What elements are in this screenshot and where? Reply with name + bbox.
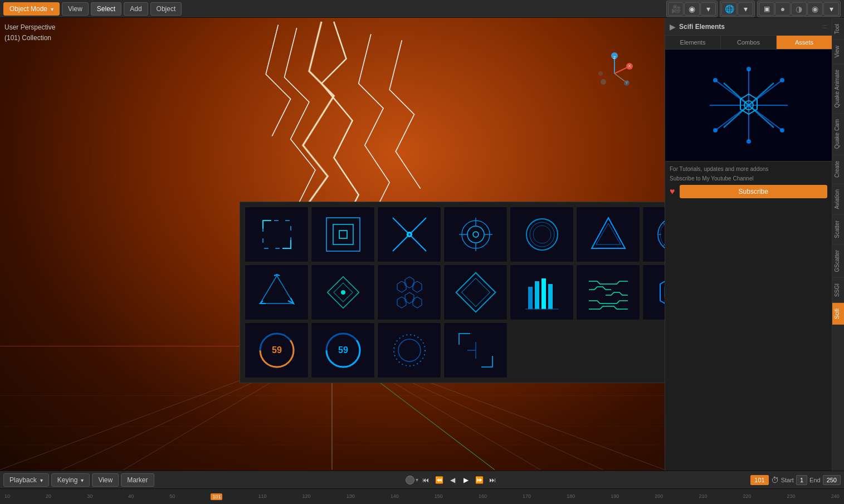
chevron-icon[interactable]: ▾: [700, 2, 716, 16]
navigation-gizmo[interactable]: Z X Y: [592, 51, 637, 96]
side-tab-view[interactable]: View: [832, 40, 844, 63]
asset-progress-59-orange[interactable]: 59: [245, 322, 309, 378]
chevron-shading-icon[interactable]: ▾: [823, 2, 839, 16]
asset-hexagon[interactable]: [642, 265, 665, 320]
svg-text:Z: Z: [613, 55, 616, 60]
tick-220: 220: [743, 493, 752, 500]
svg-rect-26: [333, 224, 353, 244]
side-tab-scifi[interactable]: Scifi: [832, 302, 844, 325]
play-forward[interactable]: ▶: [460, 474, 472, 486]
add-menu[interactable]: Add: [124, 2, 148, 16]
keying-label: Keying: [57, 476, 78, 484]
camera-icon[interactable]: 🎥: [668, 2, 684, 16]
mode-selector[interactable]: Object Mode: [3, 2, 60, 16]
panel-collapse-icon[interactable]: ▶: [670, 22, 676, 31]
tab-combos[interactable]: Combos: [721, 36, 777, 49]
viewport-shading-group: 🎥 ◉ ▾: [666, 1, 718, 17]
side-tab-gscatter[interactable]: GScatter: [832, 244, 844, 277]
globe-icon[interactable]: 🌐: [721, 2, 737, 16]
asset-cross-lines[interactable]: [377, 207, 441, 262]
svg-marker-67: [397, 297, 406, 308]
asset-ring[interactable]: [510, 207, 574, 262]
play-back[interactable]: ◀: [446, 474, 458, 486]
svg-text:X: X: [628, 63, 631, 68]
tab-elements[interactable]: Elements: [665, 36, 721, 49]
asset-nested-square[interactable]: [311, 207, 375, 262]
view-playback-menu[interactable]: View: [92, 473, 119, 487]
svg-point-104: [747, 139, 751, 144]
timeline[interactable]: 10 20 30 40 50 101 110 120 130 140 150 1…: [0, 488, 844, 504]
side-tab-quake-animate[interactable]: Quake Animate: [832, 63, 844, 113]
chevron-globe-icon[interactable]: ▾: [738, 2, 753, 16]
step-back[interactable]: ⏪: [433, 474, 445, 486]
tick-150: 150: [435, 493, 443, 500]
material-icon[interactable]: ◑: [791, 2, 807, 16]
side-tab-create[interactable]: Create: [832, 155, 844, 183]
panel-tabs: Elements Combos Assets: [665, 36, 832, 50]
svg-marker-76: [665, 281, 665, 304]
panel-drag-handle[interactable]: :::: [823, 23, 827, 30]
end-frame-display[interactable]: 250: [823, 475, 841, 485]
footer-text: For Tutorials, updates and more addons: [670, 166, 827, 172]
svg-point-61: [341, 290, 345, 295]
start-frame-display[interactable]: 1: [796, 475, 807, 485]
panel-title: Scifi Elements: [679, 23, 725, 31]
side-tab-ssgi[interactable]: SSGI: [832, 277, 844, 302]
tick-240: 240: [831, 493, 840, 500]
wireframe-icon[interactable]: ▣: [759, 2, 774, 16]
asset-circuit-lines[interactable]: [576, 265, 640, 320]
asset-target-circle[interactable]: [443, 207, 508, 262]
asset-bars[interactable]: [510, 265, 574, 320]
playback-chevron: [39, 476, 43, 484]
asset-corner-box[interactable]: [443, 322, 508, 378]
asset-triangle[interactable]: [576, 207, 640, 262]
subscribe-button[interactable]: Subscribe: [680, 185, 828, 198]
asset-dotted-ring[interactable]: [377, 322, 441, 378]
keying-menu[interactable]: Keying: [51, 473, 90, 487]
step-forward[interactable]: ⏩: [473, 474, 485, 486]
svg-point-22: [601, 79, 606, 85]
tick-160: 160: [479, 493, 487, 500]
playback-dot[interactable]: [406, 476, 414, 485]
current-frame-display[interactable]: 101: [750, 475, 768, 485]
svg-marker-58: [260, 276, 294, 304]
tick-180: 180: [567, 493, 575, 500]
asset-clock[interactable]: [642, 207, 665, 262]
tick-101-current: 101: [211, 493, 222, 500]
svg-rect-72: [541, 278, 546, 309]
asset-corner-bracket[interactable]: [245, 207, 309, 262]
tick-40: 40: [128, 493, 134, 500]
marker-menu[interactable]: Marker: [121, 473, 154, 487]
skip-to-start[interactable]: ⏮: [419, 474, 432, 486]
side-tab-tool[interactable]: Tool: [832, 18, 844, 40]
panel-footer: For Tutorials, updates and more addons S…: [665, 161, 832, 203]
playback-label: Playback: [9, 476, 37, 484]
tab-assets[interactable]: Assets: [777, 36, 832, 49]
viewport-collection: (101) Collection: [4, 33, 55, 43]
viewport-icon[interactable]: ◉: [684, 2, 700, 16]
object-menu[interactable]: Object: [150, 2, 182, 16]
svg-point-34: [473, 232, 479, 237]
asset-triangle-corners[interactable]: [245, 265, 309, 320]
side-tab-quake-cam[interactable]: Quake Cam: [832, 113, 844, 154]
tick-10: 10: [4, 493, 10, 500]
solid-icon[interactable]: ●: [775, 2, 791, 16]
asset-progress-59-blue[interactable]: 59: [311, 322, 375, 378]
side-tab-aviation[interactable]: Aviation: [832, 183, 844, 214]
skip-to-end[interactable]: ⏭: [486, 474, 499, 486]
asset-diamond-outline[interactable]: [443, 265, 508, 320]
svg-rect-73: [548, 284, 553, 309]
clock-frame-icon: ⏱: [771, 476, 779, 485]
asset-diamond-square[interactable]: [311, 265, 375, 320]
svg-point-101: [713, 128, 718, 133]
side-tab-scatter[interactable]: Scatter: [832, 214, 844, 244]
viewport-3d[interactable]: User Perspective (101) Collection Z X Y: [0, 18, 665, 471]
tick-230: 230: [787, 493, 796, 500]
select-menu[interactable]: Select: [91, 2, 121, 16]
asset-honeycomb[interactable]: [377, 265, 441, 320]
render-icon[interactable]: ◉: [807, 2, 823, 16]
playback-dot-chevron[interactable]: ▾: [416, 477, 418, 483]
view-menu[interactable]: View: [62, 2, 89, 16]
shading-group: ▣ ● ◑ ◉ ▾: [757, 1, 841, 17]
playback-menu[interactable]: Playback: [3, 473, 49, 487]
